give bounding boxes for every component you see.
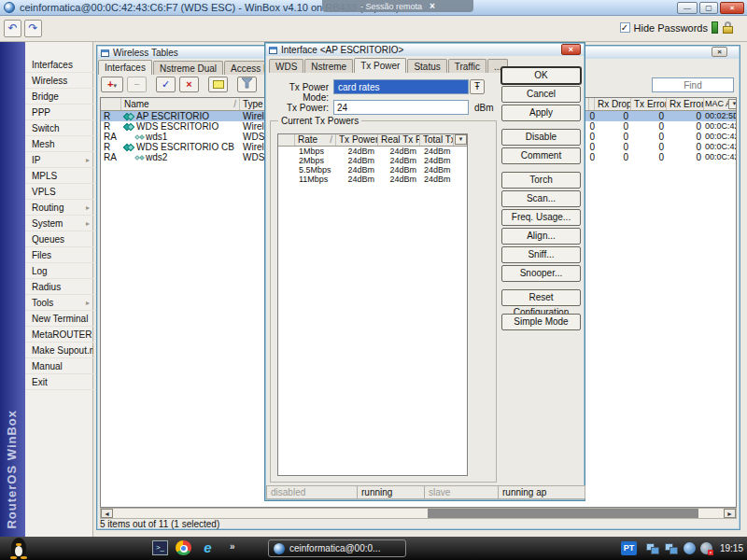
status-running-ap: running ap — [498, 485, 585, 499]
blank-column-header[interactable] — [278, 134, 295, 146]
snooper-button[interactable]: Snooper... — [501, 265, 581, 282]
sidebar-item-exit[interactable]: Exit — [25, 374, 93, 390]
table-row[interactable]: 1Mbps 24dBm 24dBm 24dBm — [278, 147, 467, 156]
enable-button[interactable]: ✓ — [156, 77, 176, 92]
sidebar-item-queues[interactable]: Queues — [25, 231, 93, 247]
interface-dialog-titlebar[interactable]: Interface <AP ESCRITORIO> — [266, 44, 584, 56]
column-menu-button[interactable]: ▼ — [728, 99, 737, 109]
comment-button[interactable]: Comment — [501, 147, 581, 164]
disable-button[interactable]: Disable — [501, 129, 581, 146]
rx-drops-column-header[interactable]: Rx Drops — [595, 98, 631, 110]
table-row[interactable]: 5.5Mbps 24dBm 24dBm 24dBm — [278, 165, 467, 175]
sidebar-item-bridge[interactable]: Bridge — [25, 89, 93, 105]
sidebar-item-ppp[interactable]: PPP — [25, 105, 93, 120]
comment-button[interactable] — [208, 77, 228, 92]
sidebar-item-switch[interactable]: Switch — [25, 120, 93, 136]
remote-session-close-icon[interactable]: × — [430, 1, 435, 11]
language-indicator[interactable]: PT — [621, 541, 637, 555]
torch-button[interactable]: Torch — [501, 172, 581, 189]
scroll-right-button[interactable]: ► — [724, 509, 736, 518]
chrome-launcher-icon[interactable] — [176, 540, 191, 555]
tx-power-unit: dBm — [474, 103, 494, 113]
scroll-left-button[interactable]: ◄ — [101, 509, 113, 518]
rx-errors-column-header[interactable]: Rx Errors — [667, 98, 704, 110]
sidebar-item-metarouter[interactable]: MetaROUTER — [25, 327, 93, 343]
scrollbar-thumb[interactable] — [428, 509, 698, 518]
tab-wds[interactable]: WDS — [269, 59, 303, 73]
winbox-task-button[interactable]: ceinformatica@00:0... — [268, 539, 406, 557]
ok-button[interactable]: OK — [501, 67, 581, 84]
total-tx-column-header[interactable]: Total Tx ... — [420, 134, 454, 146]
redo-button[interactable]: ↷ — [24, 20, 42, 37]
name-column-header[interactable]: Name/ — [121, 98, 240, 110]
start-button-tux-icon[interactable] — [8, 538, 29, 559]
submenu-arrow-icon: ▸ — [86, 216, 90, 231]
table-row[interactable]: 11Mbps 24dBm 24dBm 24dBm — [278, 175, 467, 184]
tray-app-icon[interactable] — [684, 542, 696, 554]
undo-button[interactable]: ↶ — [4, 20, 21, 37]
hide-passwords-checkbox[interactable]: ✓ — [620, 22, 630, 33]
interface-dialog-close-button[interactable]: × — [561, 44, 581, 55]
rate-column-header[interactable]: Rate/ — [295, 134, 336, 146]
maximize-button[interactable]: ▢ — [699, 2, 718, 14]
add-button[interactable]: +▾ — [101, 77, 123, 92]
cancel-button[interactable]: Cancel — [501, 86, 581, 103]
status-disabled: disabled — [266, 485, 357, 499]
tx-power-label: Tx Power: — [265, 103, 329, 113]
sidebar-item-tools[interactable]: Tools▸ — [25, 295, 93, 311]
quicklaunch-overflow-chevron[interactable]: » — [230, 541, 235, 552]
tab-traffic[interactable]: Traffic — [448, 59, 486, 73]
internet-explorer-launcher-icon[interactable]: e — [200, 540, 216, 555]
horizontal-scrollbar[interactable]: ◄ ► — [100, 508, 737, 519]
sidebar-item-mpls[interactable]: MPLS — [25, 168, 93, 184]
sidebar-item-files[interactable]: Files — [25, 247, 93, 263]
sidebar-item-wireless[interactable]: Wireless — [25, 73, 93, 89]
filter-button[interactable] — [237, 77, 257, 92]
tab-interfaces[interactable]: Interfaces — [98, 60, 152, 75]
sidebar-item-log[interactable]: Log — [25, 263, 93, 279]
tab-nstreme[interactable]: Nstreme — [304, 59, 353, 73]
sidebar-item-system[interactable]: System▸ — [25, 216, 93, 231]
tab-nstreme-dual[interactable]: Nstreme Dual — [153, 61, 223, 75]
remote-session-bar[interactable]: - Sessão remota × — [322, 0, 473, 12]
sidebar-item-routing[interactable]: Routing▸ — [25, 200, 93, 216]
tab-status[interactable]: Status — [407, 59, 446, 73]
terminal-launcher-icon[interactable]: >_ — [152, 540, 168, 555]
simple-mode-button[interactable]: Simple Mode — [501, 314, 581, 330]
sidebar-item-interfaces[interactable]: Interfaces — [25, 57, 93, 73]
column-menu-button[interactable]: ▼ — [455, 134, 467, 145]
real-tx-column-header[interactable]: Real Tx P... — [378, 134, 420, 146]
sidebar-item-make-supout[interactable]: Make Supout.rif — [25, 343, 93, 358]
tx-power-mode-select[interactable]: card rates — [333, 79, 469, 94]
mac-column-header[interactable]: MAC A ▼ — [704, 98, 737, 110]
close-button[interactable]: × — [720, 2, 744, 14]
tx-power-input[interactable] — [333, 100, 469, 115]
tx-errors-column-header[interactable]: Tx Errors — [631, 98, 667, 110]
sidebar-item-new-terminal[interactable]: New Terminal — [25, 311, 93, 327]
freq-usage-button[interactable]: Freq. Usage... — [501, 209, 581, 226]
sidebar-item-radius[interactable]: Radius — [25, 279, 93, 295]
tab-tx-power[interactable]: Tx Power — [354, 58, 406, 73]
find-input[interactable] — [652, 77, 734, 92]
disable-button[interactable]: × — [179, 77, 199, 92]
sidebar-item-ip[interactable]: IP▸ — [25, 152, 93, 168]
tray-alert-icon[interactable]: × — [700, 542, 712, 554]
align-button[interactable]: Align... — [501, 228, 581, 245]
add-caret-icon: ▾ — [113, 82, 117, 89]
flag-column-header[interactable] — [101, 98, 121, 110]
sniff-button[interactable]: Sniff... — [501, 246, 581, 263]
sidebar-item-mesh[interactable]: Mesh — [25, 136, 93, 152]
tx-power-column-header[interactable]: Tx Power — [336, 134, 378, 146]
scan-button[interactable]: Scan... — [501, 190, 581, 207]
wireless-tables-close-button[interactable]: × — [712, 47, 727, 57]
sidebar-item-manual[interactable]: Manual — [25, 358, 93, 374]
dropdown-button[interactable]: Ŧ — [470, 79, 485, 94]
apply-button[interactable]: Apply — [501, 105, 581, 121]
minimize-button[interactable]: — — [677, 2, 698, 14]
sidebar-item-vpls[interactable]: VPLS — [25, 184, 93, 200]
network-icon[interactable] — [665, 543, 679, 554]
network-icon[interactable] — [646, 543, 660, 554]
table-row[interactable]: 2Mbps 24dBm 24dBm 24dBm — [278, 156, 467, 165]
remove-button[interactable]: − — [127, 77, 147, 92]
reset-configuration-button[interactable]: Reset Configuration — [501, 289, 581, 306]
